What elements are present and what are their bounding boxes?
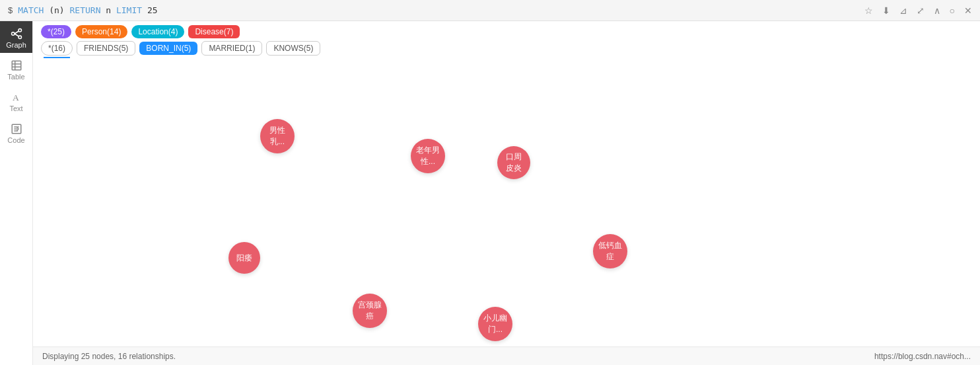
sidebar-item-text[interactable]: A Text xyxy=(0,85,32,116)
svg-point-0 xyxy=(11,32,15,36)
graph-node-n4[interactable]: 阳痿 xyxy=(228,242,260,274)
tag-all-nodes[interactable]: *(25) xyxy=(41,25,71,38)
tag-rel-all[interactable]: *(16) xyxy=(41,41,73,56)
main-area: Graph Table A Text Co xyxy=(0,21,980,365)
graph-icon xyxy=(11,28,22,40)
expand-icon[interactable]: ⤢ xyxy=(917,5,925,16)
graph-node-n6[interactable]: 宫颈腺癌 xyxy=(353,294,387,328)
dollar-sign: $ xyxy=(8,5,13,15)
tag-born-in[interactable]: BORN_IN(5) xyxy=(139,42,197,55)
table-icon xyxy=(11,60,22,71)
tag-person[interactable]: Person(14) xyxy=(75,25,127,38)
title-bar: $ MATCH (n) RETURN n LIMIT 25 ☆ ⬇ ⊿ ⤢ ∧ … xyxy=(0,0,980,21)
sidebar: Graph Table A Text Co xyxy=(0,21,33,365)
graph-node-n1[interactable]: 男性乳... xyxy=(260,119,295,153)
text-icon: A xyxy=(11,91,22,103)
graph-node-n3[interactable]: 口周皮炎 xyxy=(497,146,530,179)
rel-filter-row: *(16) FRIENDS(5) BORN_IN(5) MARRIED(1) K… xyxy=(41,41,972,56)
sidebar-code-label: Code xyxy=(7,136,24,144)
tag-knows[interactable]: KNOWS(5) xyxy=(266,41,320,56)
sidebar-table-label: Table xyxy=(7,73,24,81)
content-area: *(25) Person(14) Location(4) Disease(7) … xyxy=(33,21,980,365)
tag-disease[interactable]: Disease(7) xyxy=(188,25,240,38)
query-bar: $ MATCH (n) RETURN n LIMIT 25 xyxy=(8,5,158,15)
filter-rows: *(25) Person(14) Location(4) Disease(7) … xyxy=(41,25,972,56)
node-filter-row: *(25) Person(14) Location(4) Disease(7) xyxy=(41,25,972,38)
close-icon[interactable]: ✕ xyxy=(964,5,972,16)
chevron-up-icon[interactable]: ∧ xyxy=(934,5,940,16)
sidebar-item-table[interactable]: Table xyxy=(0,53,32,85)
status-url: https://blog.csdn.nav#och... xyxy=(874,352,971,361)
code-icon xyxy=(11,123,22,135)
svg-line-3 xyxy=(15,31,18,34)
graph-node-n2[interactable]: 老年男性... xyxy=(411,139,445,173)
query-text: MATCH (n) RETURN n LIMIT 25 xyxy=(18,5,157,15)
svg-point-2 xyxy=(18,36,22,39)
sidebar-text-label: Text xyxy=(9,104,22,112)
title-bar-actions: ☆ ⬇ ⊿ ⤢ ∧ ○ ✕ xyxy=(864,5,972,16)
graph-node-n7[interactable]: 小儿幽门... xyxy=(478,307,512,341)
pin-icon[interactable]: ⊿ xyxy=(899,5,907,16)
search-icon[interactable]: ○ xyxy=(950,5,955,16)
sidebar-item-graph[interactable]: Graph xyxy=(0,21,32,53)
svg-text:A: A xyxy=(13,93,19,102)
tag-friends[interactable]: FRIENDS(5) xyxy=(77,41,135,56)
svg-point-1 xyxy=(18,29,22,32)
download-icon[interactable]: ⬇ xyxy=(882,5,890,16)
status-text: Displaying 25 nodes, 16 relationships. xyxy=(42,352,176,361)
sidebar-graph-label: Graph xyxy=(6,41,26,49)
sidebar-item-code[interactable]: Code xyxy=(0,116,32,148)
tag-location[interactable]: Location(4) xyxy=(131,25,184,38)
svg-line-4 xyxy=(15,34,18,36)
graph-node-n5[interactable]: 低钙血症 xyxy=(593,234,627,268)
svg-rect-5 xyxy=(12,61,21,70)
star-icon[interactable]: ☆ xyxy=(864,5,873,16)
filters-wrapper: *(25) Person(14) Location(4) Disease(7) … xyxy=(33,21,980,58)
graph-canvas: 男性乳...老年男性...口周皮炎阳痿低钙血症宫颈腺癌小儿幽门... xyxy=(33,58,980,346)
status-bar: Displaying 25 nodes, 16 relationships. h… xyxy=(33,346,980,365)
tag-married[interactable]: MARRIED(1) xyxy=(201,41,262,56)
